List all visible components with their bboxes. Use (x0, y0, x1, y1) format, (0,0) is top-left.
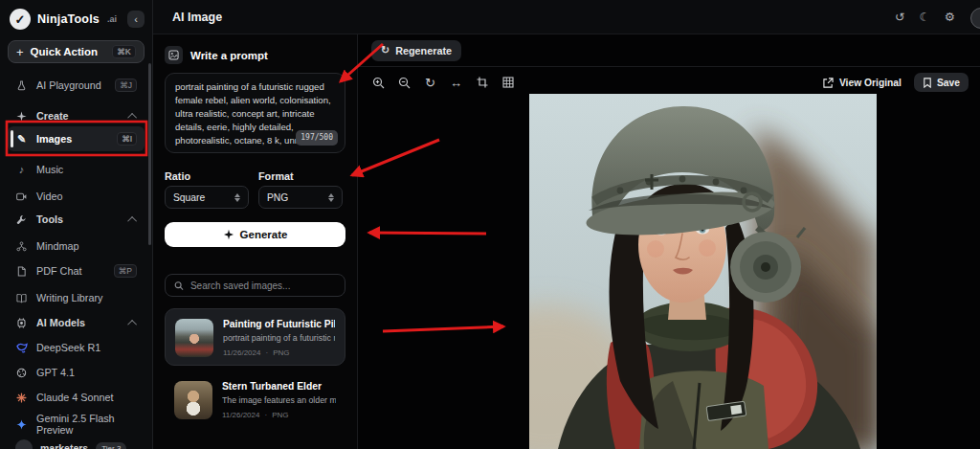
generate-sparkle-icon (223, 229, 234, 240)
sidebar-item-label: Images (36, 133, 72, 145)
gear-icon[interactable]: ⚙ (945, 10, 955, 24)
images-shortcut: ⌘I (117, 132, 137, 146)
sidebar-item-mindmap[interactable]: Mindmap (8, 236, 145, 257)
ratio-select[interactable]: Square (165, 186, 249, 209)
saved-image-desc: The image features an older man, a fc (222, 395, 336, 405)
refresh-icon: ↻ (381, 44, 390, 56)
save-label: Save (937, 78, 960, 88)
book-icon (15, 292, 28, 304)
view-original-label: View Original (839, 78, 902, 88)
pencil-icon: ✎ (15, 133, 28, 146)
chevron-up-icon (127, 215, 137, 225)
chevron-up-icon (127, 112, 137, 122)
sidebar-item-pdf-chat[interactable]: PDF Chat ⌘P (8, 260, 145, 281)
profile-avatar-partial[interactable] (970, 8, 980, 29)
openai-icon (15, 367, 28, 379)
rotate-icon[interactable]: ↻ (422, 75, 438, 91)
sidebar-item-video[interactable]: Video (8, 186, 145, 207)
wrench-icon (15, 213, 28, 226)
sidebar-section-create[interactable]: Create (8, 105, 145, 126)
mindmap-icon (15, 240, 28, 253)
sidebar-item-label: Mindmap (36, 240, 78, 252)
sidebar-item-label: Music (36, 164, 63, 175)
history-icon[interactable]: ↺ (895, 10, 904, 24)
sidebar-item-ai-playground[interactable]: AI Playground ⌘J (8, 75, 145, 96)
moon-icon[interactable]: ☾ (920, 10, 930, 24)
saved-image-meta: 11/26/2024·PNG (222, 411, 336, 419)
view-original-button[interactable]: View Original (823, 78, 902, 88)
sidebar-item-label: Claude 4 Sonnet (36, 392, 113, 403)
crop-icon[interactable] (474, 75, 490, 91)
prompt-icon (165, 46, 183, 64)
saved-images-search[interactable] (165, 274, 345, 297)
format-label: Format (258, 170, 294, 182)
music-icon: ♪ (15, 164, 28, 176)
saved-image-item[interactable]: Stern Turbaned Elder The image features … (165, 371, 345, 429)
tier-badge: Tier 3 (96, 442, 126, 449)
saved-image-title: Painting of Futuristic Pilot (223, 319, 335, 329)
sidebar-scrollbar[interactable] (148, 63, 151, 245)
video-icon (15, 191, 28, 203)
saved-image-thumbnail (175, 319, 213, 357)
save-button[interactable]: Save (914, 73, 969, 92)
image-viewer: ↻ Regenerate ↻ ↔ View Original Save (358, 34, 980, 449)
sidebar-item-music[interactable]: ♪ Music (8, 159, 145, 180)
brand-name: NinjaTools (37, 12, 100, 26)
avatar (15, 439, 33, 449)
sidebar-item-images[interactable]: ✎ Images ⌘I (8, 126, 145, 151)
saved-image-item[interactable]: Painting of Futuristic Pilot portrait pa… (165, 308, 345, 366)
sidebar-item-label: GPT 4.1 (36, 367, 75, 378)
zoom-in-button[interactable] (370, 75, 387, 91)
sidebar-item-label: Writing Library (36, 292, 102, 303)
regenerate-button[interactable]: ↻ Regenerate (371, 40, 461, 61)
ratio-value: Square (173, 192, 205, 203)
saved-image-meta: 11/26/2024·PNG (223, 348, 335, 357)
prompt-panel: Write a prompt portrait painting of a fu… (153, 34, 358, 449)
generated-image[interactable] (529, 94, 877, 449)
saved-image-desc: portrait painting of a futuristic rugge (223, 333, 335, 343)
sidebar-section-tools[interactable]: Tools (8, 209, 145, 230)
grid-icon[interactable] (500, 75, 516, 91)
section-label: Create (36, 110, 69, 122)
sidebar-item-writing-library[interactable]: Writing Library (8, 287, 145, 308)
sidebar-section-ai-models[interactable]: AI Models (8, 312, 145, 333)
ai-playground-shortcut: ⌘J (115, 79, 137, 92)
quick-action-button[interactable]: + Quick Action ⌘K (8, 40, 145, 63)
user-account-row[interactable]: marketers Tier 3 (8, 437, 145, 449)
external-link-icon (823, 78, 834, 88)
sparkle-icon (15, 110, 28, 123)
brand-suffix: .ai (107, 14, 117, 24)
char-count-badge: 197/500 (296, 130, 338, 146)
flip-horizontal-icon[interactable]: ↔ (448, 75, 464, 91)
page-title: AI Image (172, 11, 222, 24)
zoom-out-button[interactable] (396, 75, 412, 91)
regenerate-label: Regenerate (395, 45, 452, 56)
search-icon (174, 281, 184, 291)
bookmark-icon (923, 78, 932, 88)
chevron-up-icon (127, 319, 137, 328)
plus-icon: + (16, 45, 24, 59)
sidebar-item-label: Gemini 2.5 Flash Preview (36, 413, 137, 436)
generate-button[interactable]: Generate (165, 222, 345, 247)
whale-icon (15, 342, 28, 354)
portrait-futuristic-pilot (529, 94, 877, 449)
updown-icon (328, 193, 334, 202)
search-input[interactable] (190, 281, 336, 291)
sidebar-item-label: Video (36, 191, 62, 202)
sidebar-item-gpt-41[interactable]: GPT 4.1 (8, 362, 145, 383)
ratio-label: Ratio (165, 170, 190, 182)
generate-label: Generate (240, 229, 288, 240)
sidebar-collapse-button[interactable]: ‹ (127, 11, 145, 28)
quick-action-label: Quick Action (31, 46, 99, 57)
section-label: AI Models (36, 317, 85, 328)
prompt-textarea[interactable]: portrait painting of a futuristic rugged… (165, 73, 345, 153)
sidebar-item-gemini-25-flash[interactable]: Gemini 2.5 Flash Preview (8, 414, 145, 435)
sidebar-item-claude-4-sonnet[interactable]: Claude 4 Sonnet (8, 387, 145, 408)
saved-image-thumbnail (174, 381, 212, 419)
format-select[interactable]: PNG (258, 186, 343, 209)
logo-icon: ✓ (10, 9, 31, 30)
flask-icon (15, 79, 28, 92)
app-window: ✓ NinjaTools .ai ‹ + Quick Action ⌘K AI … (0, 0, 980, 449)
sidebar-item-deepseek-r1[interactable]: DeepSeek R1 (8, 337, 145, 358)
prompt-panel-title: Write a prompt (190, 50, 268, 61)
